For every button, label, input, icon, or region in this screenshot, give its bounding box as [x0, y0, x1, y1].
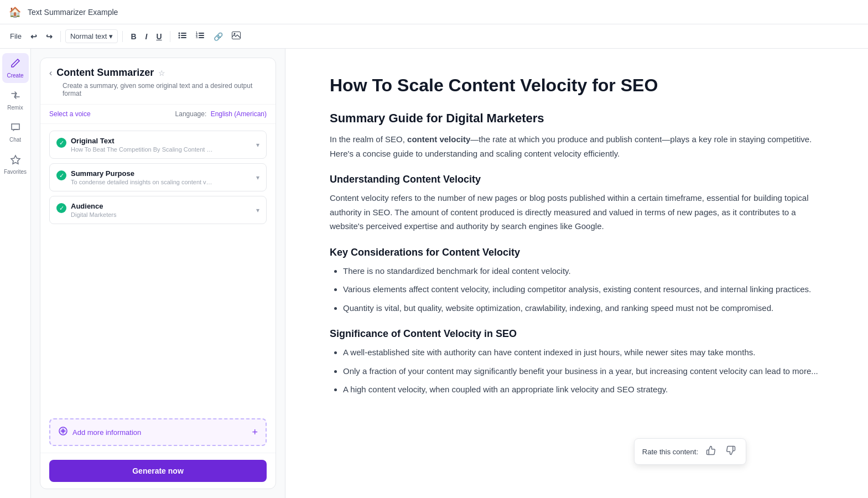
remix-icon	[10, 90, 21, 103]
chevron-audience: ▾	[256, 206, 259, 214]
check-icon-purpose: ✓	[56, 170, 66, 180]
rate-tooltip: Rate this content:	[634, 438, 746, 465]
home-icon[interactable]: 🏠	[9, 6, 21, 18]
add-more-button[interactable]: Add more information +	[49, 418, 267, 446]
content-section-2-heading: Key Considerations for Content Velocity	[330, 247, 824, 258]
panel-footer: Generate now	[40, 453, 276, 489]
bullet-list-button[interactable]	[175, 29, 190, 44]
underline-button[interactable]: U	[153, 30, 165, 43]
content-section-3-heading: Significance of Content Velocity in SEO	[330, 328, 824, 340]
sidebar-item-chat[interactable]: Chat	[2, 117, 29, 147]
add-info-icon	[58, 426, 68, 438]
chevron-original: ▾	[256, 141, 259, 149]
field-name-original: Original Text	[71, 137, 215, 145]
chevron-purpose: ▾	[256, 174, 259, 181]
bold-button[interactable]: B	[127, 30, 139, 43]
separator-1	[60, 31, 61, 42]
toolbar: File ↩ ↪ Normal text ▾ B I U 1. 2. 3. 🔗	[0, 24, 868, 49]
panel-meta: Select a voice Language: English (Americ…	[40, 105, 276, 124]
chevron-down-icon: ▾	[109, 32, 113, 40]
separator-2	[122, 31, 123, 42]
content-section-3-list: A well-established site with authority c…	[330, 345, 824, 397]
check-icon-original: ✓	[56, 138, 66, 148]
sidebar-item-favorites[interactable]: Favorites	[2, 149, 29, 179]
favorites-label: Favorites	[4, 169, 27, 175]
sidebar-icons: Create Remix Chat	[0, 49, 31, 498]
rate-label: Rate this content:	[642, 448, 698, 456]
language-link[interactable]: English (American)	[211, 110, 267, 118]
content-section-0-p0: In the realm of SEO, content velocity—th…	[330, 132, 824, 160]
list-item: Only a fraction of your content may sign…	[343, 364, 824, 378]
app-title: Text Summarizer Example	[28, 8, 118, 17]
list-item: There is no standardized benchmark for i…	[343, 264, 824, 278]
thumbs-up-button[interactable]	[704, 444, 718, 459]
panel-inner: ‹ Content Summarizer ☆ Create a summary,…	[40, 58, 276, 489]
select-voice-link[interactable]: Select a voice	[49, 110, 91, 118]
style-dropdown-value: Normal text	[70, 32, 107, 40]
svg-rect-1	[181, 33, 186, 34]
check-icon-audience: ✓	[56, 203, 66, 213]
language-label: Language: English (American)	[175, 110, 267, 118]
remix-label: Remix	[7, 105, 23, 111]
svg-point-2	[178, 35, 180, 37]
main-layout: Create Remix Chat	[0, 49, 868, 498]
field-name-purpose: Summary Purpose	[71, 169, 215, 178]
panel-fields: ✓ Original Text How To Beat The Competit…	[40, 124, 276, 418]
thumbs-down-button[interactable]	[724, 444, 738, 459]
svg-rect-3	[181, 35, 186, 36]
panel-title: Content Summarizer	[56, 67, 154, 79]
panel-description: Create a summary, given some original te…	[63, 82, 267, 97]
sidebar-item-create[interactable]: Create	[2, 53, 29, 83]
sidebar-item-remix[interactable]: Remix	[2, 85, 29, 115]
back-button[interactable]: ‹	[49, 68, 52, 78]
svg-point-13	[233, 33, 235, 35]
style-dropdown[interactable]: Normal text ▾	[65, 29, 118, 43]
list-item: A high content velocity, when coupled wi…	[343, 382, 824, 397]
link-button[interactable]: 🔗	[210, 30, 226, 43]
field-audience[interactable]: ✓ Audience Digital Marketers ▾	[49, 196, 267, 224]
svg-point-0	[178, 33, 180, 34]
svg-rect-7	[199, 33, 204, 34]
field-value-original: How To Beat The Competition By Scaling C…	[71, 146, 215, 153]
svg-rect-9	[199, 35, 204, 36]
content-area: How To Scale Content Velocity for SEO Su…	[285, 49, 868, 498]
content-section-1-heading: Understanding Content Velocity	[330, 174, 824, 185]
redo-button[interactable]: ↪	[43, 30, 56, 43]
create-icon	[10, 58, 21, 71]
field-name-audience: Audience	[71, 202, 117, 210]
panel-header: ‹ Content Summarizer ☆ Create a summary,…	[40, 58, 276, 105]
favorites-icon	[10, 154, 21, 168]
svg-rect-5	[181, 37, 186, 38]
generate-button[interactable]: Generate now	[49, 460, 267, 482]
chat-label: Chat	[9, 137, 21, 143]
svg-rect-11	[199, 37, 204, 38]
content-section-2-list: There is no standardized benchmark for i…	[330, 264, 824, 315]
add-info-plus-icon: +	[252, 427, 258, 438]
create-label: Create	[7, 72, 23, 79]
list-item: Quantity is vital, but quality, website …	[343, 301, 824, 315]
undo-button[interactable]: ↩	[27, 30, 40, 43]
list-item: A well-established site with authority c…	[343, 345, 824, 360]
list-item: Various elements affect content velocity…	[343, 282, 824, 297]
svg-text:3.: 3.	[196, 35, 199, 39]
chat-icon	[10, 122, 21, 136]
content-h1: How To Scale Content Velocity for SEO	[330, 75, 824, 96]
field-summary-purpose[interactable]: ✓ Summary Purpose To condense detailed i…	[49, 163, 267, 191]
ordered-list-button[interactable]: 1. 2. 3.	[193, 29, 208, 44]
separator-3	[170, 31, 170, 42]
content-section-0-heading: Summary Guide for Digital Marketers	[330, 111, 824, 126]
field-value-audience: Digital Marketers	[71, 211, 117, 218]
field-original-text[interactable]: ✓ Original Text How To Beat The Competit…	[49, 131, 267, 159]
add-info-label: Add more information	[72, 428, 141, 437]
panel: ‹ Content Summarizer ☆ Create a summary,…	[31, 49, 285, 498]
top-bar: 🏠 Text Summarizer Example	[0, 0, 868, 24]
field-value-purpose: To condense detailed insights on scaling…	[71, 179, 215, 185]
star-icon[interactable]: ☆	[158, 69, 165, 77]
image-button[interactable]	[228, 29, 244, 43]
content-section-1-p0: Content velocity refers to the number of…	[330, 191, 824, 234]
file-button[interactable]: File	[7, 30, 25, 43]
italic-button[interactable]: I	[142, 30, 151, 43]
svg-point-4	[178, 37, 180, 39]
